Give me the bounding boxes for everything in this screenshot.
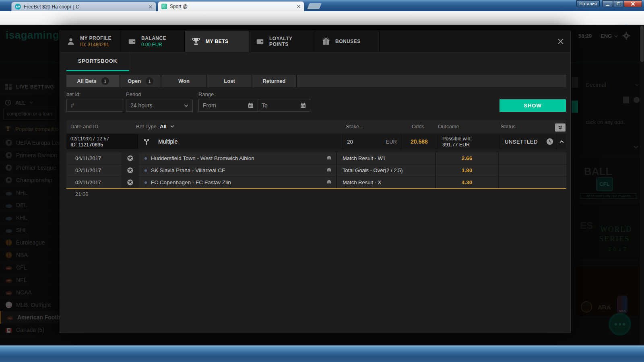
date-from-input[interactable]: From xyxy=(198,99,258,112)
tab-my-bets[interactable]: MY BETS xyxy=(185,31,249,52)
soccer-ball-icon xyxy=(121,152,139,164)
window-minimize-button[interactable] xyxy=(602,0,613,7)
leg-odds: 1.80 xyxy=(435,165,498,176)
tab-my-profile[interactable]: MY PROFILE ID: 31480291 xyxy=(60,31,121,52)
bet-stake-cell: 20 EUR xyxy=(343,134,401,149)
status-badge: UNSETTLED xyxy=(505,139,538,145)
col-date-id: Date and ID xyxy=(70,123,98,130)
modal-close-button[interactable] xyxy=(556,37,566,46)
leg-outcome: Match Result - W1 xyxy=(336,152,435,164)
leg-date: 02/11/2017 xyxy=(66,177,121,188)
trophy-icon xyxy=(191,37,201,46)
product-tabs: SPORTSBOOK xyxy=(60,52,570,71)
expand-all-button[interactable] xyxy=(555,123,566,132)
screen: КФ FreeBet $20 На спорт | С Sport @ Ната… xyxy=(0,0,644,362)
col-stake: Stake... xyxy=(346,123,363,130)
sport-favicon xyxy=(161,4,167,9)
filter-tabs-filler xyxy=(297,75,566,87)
pending-clock-icon xyxy=(546,138,553,145)
lock-icon xyxy=(326,155,332,161)
window-close-button[interactable] xyxy=(624,0,642,7)
collapse-button[interactable] xyxy=(557,134,566,149)
match-name: Huddersfield Town - West Bromwich Albion xyxy=(151,155,322,161)
filter-tab-returned[interactable]: Returned xyxy=(252,75,296,87)
browser-tab-sport[interactable]: Sport @ xyxy=(158,1,304,11)
leg-outcome: Total Goals - Over(2 / 2.5) xyxy=(336,165,435,176)
filter-tab-open[interactable]: Open 1 xyxy=(120,75,161,87)
bet-odds: 20.588 xyxy=(401,134,437,149)
stake-currency: EUR xyxy=(386,139,397,145)
tab-title: FreeBet $20 На спорт | С xyxy=(24,4,146,10)
new-tab-button[interactable] xyxy=(307,3,322,9)
period-select[interactable]: 24 hours xyxy=(126,99,193,112)
leg-status-cell xyxy=(498,165,566,176)
expanded-bet-underline xyxy=(66,188,566,189)
col-outcome: Outcome xyxy=(438,123,459,130)
leg-match-cell: SK Slavia Praha - Villarreal CF xyxy=(139,165,336,176)
calendar-icon xyxy=(248,103,254,108)
tab-close-icon[interactable] xyxy=(149,5,153,9)
leg-status-cell xyxy=(498,152,566,164)
tab-sportsbook[interactable]: SPORTSBOOK xyxy=(66,52,129,71)
count-badge: 1 xyxy=(101,77,109,85)
show-button[interactable]: SHOW xyxy=(500,99,566,112)
soccer-ball-icon xyxy=(121,165,139,176)
leg-outcome: Match Result - X xyxy=(336,177,435,188)
card-icon xyxy=(256,37,264,46)
bet-date: 02/11/2017 12:57 xyxy=(70,136,109,142)
window-titlebar: КФ FreeBet $20 На спорт | С Sport @ Ната… xyxy=(0,0,644,11)
freebet-favicon: КФ xyxy=(15,4,21,10)
browser-tab-freebet[interactable]: КФ FreeBet $20 На спорт | С xyxy=(11,2,156,11)
browser-toolbar: Надежный https://www.isagaming.com/#/spo… xyxy=(0,11,644,25)
kickoff-time: 21:00 xyxy=(75,191,89,197)
window-restore-button[interactable] xyxy=(613,0,624,7)
account-tabs: MY PROFILE ID: 31480291 BALANCE 0.00 EUR… xyxy=(60,31,570,52)
tab-close-icon[interactable] xyxy=(297,4,301,8)
tab-label: MY BETS xyxy=(206,39,229,44)
chevron-down-icon xyxy=(184,104,188,107)
lock-icon xyxy=(326,167,332,173)
leg-match-cell: FC Copenhagen - FC Fastav Zlin xyxy=(139,177,336,188)
calendar-icon xyxy=(300,103,306,108)
range-label: Range xyxy=(198,91,214,97)
tab-label: MY PROFILE xyxy=(80,35,111,41)
filter-tab-won[interactable]: Won xyxy=(161,75,206,87)
filter-tab-all-bets[interactable]: All Bets 1 xyxy=(66,75,120,87)
bet-type-filter[interactable]: All xyxy=(160,123,167,130)
bet-id-input[interactable] xyxy=(66,99,123,112)
possible-win-value: 391.77 EUR xyxy=(442,142,470,148)
leg-odds: 4.30 xyxy=(435,177,498,188)
leg-status-cell xyxy=(498,177,566,188)
leg-odds: 2.66 xyxy=(435,152,498,164)
chevron-up-icon xyxy=(559,140,564,143)
tab-label: LOYALTY POINTS xyxy=(269,36,308,47)
bullet-icon xyxy=(144,181,147,184)
chrome-profile-button[interactable]: Наталия xyxy=(576,0,600,7)
bet-leg-row[interactable]: 04/11/2017 Huddersfield Town - West Brom… xyxy=(66,152,566,164)
leg-date: 02/11/2017 xyxy=(66,165,121,176)
bet-filter-tabs: All Bets 1 Open 1 Won Lost Returned xyxy=(66,75,566,87)
bet-leg-row[interactable]: 02/11/2017 SK Slavia Praha - Villarreal … xyxy=(66,165,566,176)
bets-table-header: Date and ID Bet Type All Stake... Odds O… xyxy=(66,120,566,133)
stake-value: 20 xyxy=(347,139,353,145)
leg-match-cell: Huddersfield Town - West Bromwich Albion xyxy=(139,152,336,164)
tab-label: BALANCE xyxy=(141,35,166,41)
lock-icon xyxy=(326,179,332,185)
date-to-input[interactable]: To xyxy=(258,99,310,112)
tab-bonuses[interactable]: BONUSES xyxy=(315,31,380,52)
windows-taskbar xyxy=(0,345,644,362)
double-chevron-down-icon xyxy=(558,125,563,130)
tab-balance[interactable]: BALANCE 0.00 EUR xyxy=(121,31,185,52)
bet-leg-row[interactable]: 02/11/2017 FC Copenhagen - FC Fastav Zli… xyxy=(66,177,566,188)
match-name: FC Copenhagen - FC Fastav Zlin xyxy=(151,179,322,185)
bet-type-value: Multiple xyxy=(155,134,343,149)
bet-outcome-cell: Possible win: 391.77 EUR xyxy=(437,134,500,149)
filter-tab-lost[interactable]: Lost xyxy=(207,75,252,87)
tab-loyalty-points[interactable]: LOYALTY POINTS xyxy=(249,31,315,52)
bullet-icon xyxy=(144,157,147,160)
bet-id: ID: 112170635 xyxy=(70,142,103,148)
close-icon xyxy=(557,38,564,45)
profile-id: ID: 31480291 xyxy=(80,42,111,47)
bet-row[interactable]: 02/11/2017 12:57 ID: 112170635 Multiple … xyxy=(66,134,566,149)
bet-legs: 04/11/2017 Huddersfield Town - West Brom… xyxy=(66,152,566,189)
